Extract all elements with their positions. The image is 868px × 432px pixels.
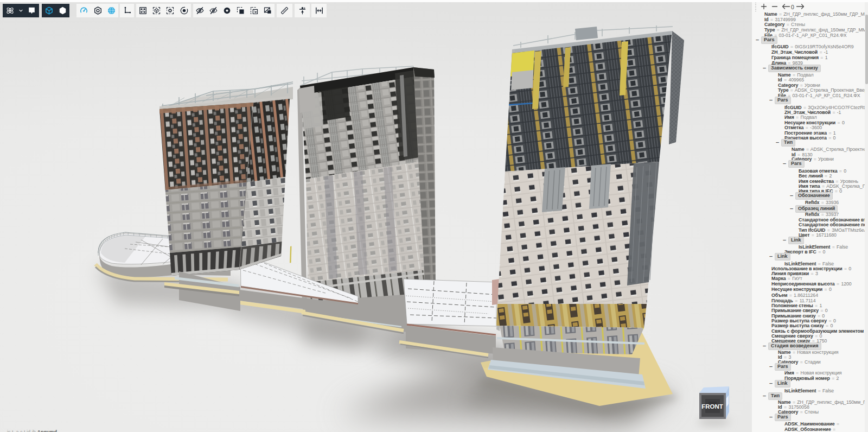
svg-text:FRONT: FRONT: [701, 403, 723, 410]
